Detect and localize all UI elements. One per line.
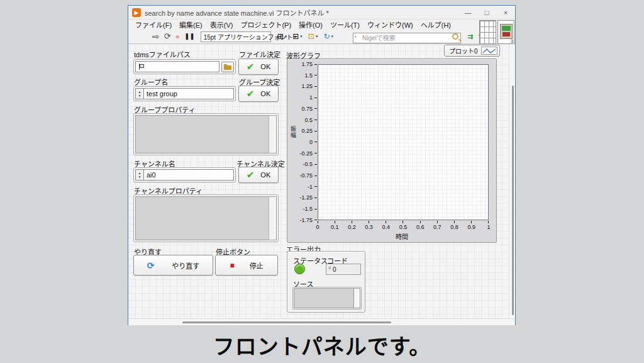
plot-legend[interactable]: プロット0 xyxy=(444,45,500,57)
run-continuous-button[interactable]: ⟳ xyxy=(164,30,171,43)
spinner-control[interactable]: ▲▼ xyxy=(135,88,143,99)
run-button[interactable]: ⇨ xyxy=(152,30,160,43)
scrollbar[interactable] xyxy=(269,196,277,240)
file-ok-button-label: OK xyxy=(260,63,270,70)
file-path-input[interactable] xyxy=(135,61,219,72)
font-selector-dropdown[interactable]: 15pt アプリケーションフォント ▼ xyxy=(201,31,271,42)
horizontal-scrollbar-thumb[interactable] xyxy=(182,321,391,323)
edit-search-icon[interactable]: ⇉ xyxy=(467,33,473,41)
code-field[interactable]: d 0 xyxy=(326,264,361,275)
file-path-control[interactable] xyxy=(133,59,236,74)
channel-props-value[interactable] xyxy=(135,196,269,240)
redo-button-label: やり直す xyxy=(172,260,199,271)
menu-item-0[interactable]: ファイル(F) xyxy=(131,20,175,30)
close-button[interactable]: × xyxy=(496,6,515,20)
menu-item-2[interactable]: 表示(V) xyxy=(206,20,237,30)
chevron-down-icon: ▾ xyxy=(316,34,318,39)
radix-indicator: d xyxy=(328,265,331,270)
search-input[interactable] xyxy=(353,33,461,43)
front-panel: tdmsファイルパス ファイル決定 ✔ OK グループ名 ▲▼ t xyxy=(128,44,509,318)
check-icon: ✔ xyxy=(247,61,255,72)
y-axis-label: 振幅 xyxy=(289,126,297,138)
labview-window: ▶ search by name advance state machine.v… xyxy=(128,5,516,325)
channel-props-textarea[interactable] xyxy=(133,194,279,242)
window-title: search by name advance state machine.vi … xyxy=(145,8,329,18)
connector-pane-icon[interactable] xyxy=(479,20,496,44)
file-ok-label: ファイル決定 xyxy=(239,49,280,59)
window-controls: — □ × xyxy=(458,6,515,20)
vertical-scrollbar[interactable] xyxy=(509,44,515,318)
scrollbar[interactable] xyxy=(353,288,360,308)
title-bar: ▶ search by name advance state machine.v… xyxy=(128,6,515,20)
horizontal-scrollbar[interactable] xyxy=(128,318,515,325)
connector-pane-area: 3 xyxy=(478,20,514,44)
vi-icon[interactable]: 3 xyxy=(497,20,514,44)
stop-button-label: 停止 xyxy=(250,260,264,271)
channel-ok-button[interactable]: ✔ OK xyxy=(238,167,279,183)
reorder-dropdown[interactable]: ↻ ▾ xyxy=(323,32,333,41)
minimize-button[interactable]: — xyxy=(458,6,477,20)
status-led[interactable] xyxy=(294,264,305,274)
file-path-label: tdmsファイルパス xyxy=(134,49,191,59)
source-textarea[interactable] xyxy=(292,287,362,310)
code-value: 0 xyxy=(333,266,336,273)
abort-button[interactable]: ● xyxy=(175,30,180,43)
distribute-objects-icon: ⊟ xyxy=(292,32,299,41)
vertical-scrollbar-thumb[interactable] xyxy=(512,86,514,315)
menu-item-1[interactable]: 編集(E) xyxy=(175,20,206,30)
check-icon: ✔ xyxy=(247,88,255,99)
vi-icon-badge: 3 xyxy=(511,39,513,43)
resize-objects-icon: ⊡ xyxy=(308,32,314,41)
chevron-down-icon: ▾ xyxy=(285,34,287,39)
group-props-value[interactable] xyxy=(135,115,269,154)
x-axis: 00.10.20.30.40.50.60.70.80.91 xyxy=(318,221,489,232)
search-box: ▪ xyxy=(353,31,461,42)
channel-name-input[interactable]: ai0 xyxy=(143,169,234,181)
plot-line-sample-icon xyxy=(481,47,497,55)
distribute-objects-dropdown[interactable]: ⊟ ▾ xyxy=(292,32,303,41)
group-name-value: test group xyxy=(147,90,177,98)
folder-icon xyxy=(224,65,231,70)
path-type-icon xyxy=(138,64,143,70)
menu-item-4[interactable]: 操作(O) xyxy=(295,20,326,30)
search-options-icon[interactable]: ▪ xyxy=(355,35,359,39)
browse-button[interactable] xyxy=(221,62,234,72)
pause-button[interactable]: ❚❚ xyxy=(184,30,195,43)
toolbar: ⇨ ⟳ ● ❚❚ 15pt アプリケーションフォント ▼ ⊞ ▾ ⊟ ▾ ⊡ ▾… xyxy=(128,30,515,44)
caption-text: フロントパネルです。 xyxy=(0,330,644,360)
search-icon[interactable] xyxy=(452,33,458,40)
check-icon: ✔ xyxy=(247,169,255,181)
menu-item-5[interactable]: ツール(T) xyxy=(326,20,364,30)
group-name-control[interactable]: ▲▼ test group xyxy=(133,86,236,101)
scrollbar[interactable] xyxy=(269,115,277,154)
group-ok-button[interactable]: ✔ OK xyxy=(238,86,279,102)
maximize-button[interactable]: □ xyxy=(477,6,496,20)
group-name-input[interactable]: test group xyxy=(143,88,234,99)
source-value[interactable] xyxy=(294,288,353,308)
menu-bar: ファイル(F)編集(E)表示(V)プロジェクト(P)操作(O)ツール(T)ウィン… xyxy=(128,20,515,30)
stop-square-icon: ■ xyxy=(230,261,234,270)
screenshot-root: ▶ search by name advance state machine.v… xyxy=(0,0,644,363)
waveform-graph[interactable]: 1.751.51.2510.750.50.250-0.25-0.5-0.75-1… xyxy=(287,59,497,243)
group-ok-button-label: OK xyxy=(260,90,270,98)
group-props-textarea[interactable] xyxy=(133,113,279,155)
stop-button[interactable]: ■ 停止 xyxy=(215,255,278,276)
align-objects-dropdown[interactable]: ⊞ ▾ xyxy=(277,32,287,41)
chevron-down-icon: ▾ xyxy=(331,34,333,39)
plot-area[interactable] xyxy=(318,64,489,220)
group-name-label: グループ名 xyxy=(134,77,168,87)
channel-name-value: ai0 xyxy=(147,171,156,179)
spinner-control[interactable]: ▲▼ xyxy=(135,169,143,181)
align-objects-icon: ⊞ xyxy=(277,32,284,41)
channel-name-control[interactable]: ▲▼ ai0 xyxy=(133,167,236,182)
reorder-icon: ↻ xyxy=(323,32,330,41)
menu-item-6[interactable]: ウィンドウ(W) xyxy=(364,20,417,30)
error-output-cluster: ステータス コード d 0 ソース xyxy=(287,251,365,313)
resize-objects-dropdown[interactable]: ⊡ ▾ xyxy=(308,32,318,41)
vi-icon-image xyxy=(500,24,513,39)
file-ok-button[interactable]: ✔ OK xyxy=(238,59,279,75)
menu-item-3[interactable]: プロジェクト(P) xyxy=(236,20,295,30)
menu-item-7[interactable]: ヘルプ(H) xyxy=(417,20,455,30)
chevron-down-icon: ▾ xyxy=(300,34,303,39)
redo-button[interactable]: ⟳ やり直す xyxy=(133,255,213,276)
